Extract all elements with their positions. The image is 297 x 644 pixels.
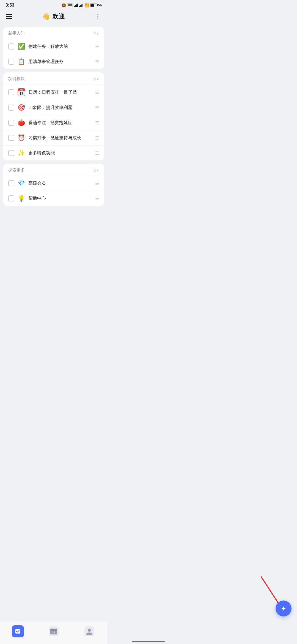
more-button[interactable]: ⋮ (94, 12, 102, 21)
note-icon: ☰ (95, 181, 99, 186)
section-beginner-title: 新手入门 (8, 31, 25, 36)
task-item[interactable]: 💎 高级会员 ☰ (3, 176, 104, 191)
section-features: 功能模块 5 ∨ July 17 日历：日程安排一目了然 ☰ 🎯 四象限：提升效… (3, 72, 104, 160)
task-label: 习惯打卡：见证坚持与成长 (28, 135, 92, 141)
task-item[interactable]: ✨ 更多特色功能 ☰ (3, 145, 104, 160)
task-checkbox[interactable] (8, 135, 14, 141)
task-item[interactable]: July 17 日历：日程安排一目了然 ☰ (3, 84, 104, 100)
task-item[interactable]: 🍅 番茄专注：拯救拖延症 ☰ (3, 115, 104, 130)
status-time: 3:53 (6, 3, 14, 8)
main-content: 新手入门 2 ∨ ✅ 创建任务，解放大脑 ☰ 📋 用清单来管理任务 ☰ 功能模块… (0, 25, 107, 255)
top-nav: 👋 欢迎 ⋮ (0, 9, 107, 25)
task-emoji: 💎 (18, 180, 25, 187)
task-label: 高级会员 (28, 181, 92, 186)
task-checkbox[interactable] (8, 195, 14, 201)
wifi-icon: 📶 (84, 3, 89, 7)
section-beginner: 新手入门 2 ∨ ✅ 创建任务，解放大脑 ☰ 📋 用清单来管理任务 ☰ (3, 27, 104, 69)
section-explore-title: 探索更多 (8, 168, 25, 173)
chevron-down-icon: ∨ (97, 168, 99, 172)
task-item[interactable]: 🎯 四象限：提升效率利器 ☰ (3, 100, 104, 115)
task-item[interactable]: 💡 帮助中心 ☰ (3, 191, 104, 206)
status-icons: 🔕 HD 📶 56 (62, 3, 102, 7)
section-explore-header[interactable]: 探索更多 2 ∨ (3, 164, 104, 176)
note-icon: ☰ (95, 44, 99, 49)
task-emoji: 🍅 (18, 119, 25, 126)
task-checkbox[interactable] (8, 120, 14, 126)
task-checkbox[interactable] (8, 43, 14, 50)
section-features-count: 5 ∨ (94, 77, 99, 81)
battery-level: 56 (98, 3, 102, 7)
task-emoji: 🎯 (18, 104, 25, 111)
task-checkbox[interactable] (8, 59, 14, 65)
menu-button[interactable] (5, 13, 13, 20)
task-emoji: 📋 (18, 58, 25, 65)
task-label: 更多特色功能 (28, 150, 92, 156)
task-label: 用清单来管理任务 (28, 59, 92, 65)
note-icon: ☰ (95, 151, 99, 156)
section-beginner-header[interactable]: 新手入门 2 ∨ (3, 27, 104, 39)
task-item[interactable]: ✅ 创建任务，解放大脑 ☰ (3, 39, 104, 54)
task-label: 创建任务，解放大脑 (28, 44, 92, 50)
task-checkbox[interactable] (8, 105, 14, 111)
note-icon: ☰ (95, 135, 99, 141)
task-item[interactable]: ⏰ 习惯打卡：见证坚持与成长 ☰ (3, 130, 104, 145)
task-label: 四象限：提升效率利器 (28, 105, 92, 111)
title-text: 欢迎 (53, 12, 65, 21)
signal-icon (74, 4, 78, 7)
task-checkbox[interactable] (8, 180, 14, 186)
mute-icon: 🔕 (62, 3, 66, 7)
status-bar: 3:53 🔕 HD 📶 56 (0, 0, 107, 9)
battery-icon (90, 4, 97, 7)
section-explore: 探索更多 2 ∨ 💎 高级会员 ☰ 💡 帮助中心 ☰ (3, 164, 104, 206)
section-beginner-count: 2 ∨ (94, 31, 99, 36)
chevron-down-icon: ∨ (97, 32, 99, 36)
task-emoji: ✅ (18, 43, 25, 50)
task-label: 番茄专注：拯救拖延症 (28, 120, 92, 126)
task-item[interactable]: 📋 用清单来管理任务 ☰ (3, 54, 104, 69)
task-emoji: ⏰ (18, 134, 25, 141)
signal-icon-2 (79, 4, 83, 7)
task-emoji: July 17 (18, 88, 25, 96)
note-icon: ☰ (95, 196, 99, 201)
task-emoji: ✨ (18, 149, 25, 157)
title-emoji: 👋 (42, 13, 50, 20)
task-label: 帮助中心 (28, 196, 92, 201)
section-features-header[interactable]: 功能模块 5 ∨ (3, 72, 104, 84)
bottom-spacer (3, 209, 104, 253)
note-icon: ☰ (95, 90, 99, 95)
note-icon: ☰ (95, 59, 99, 64)
task-label: 日历：日程安排一目了然 (29, 89, 92, 95)
section-explore-count: 2 ∨ (94, 168, 99, 173)
task-emoji: 💡 (18, 195, 25, 202)
chevron-down-icon: ∨ (97, 77, 99, 81)
task-checkbox[interactable] (8, 150, 14, 156)
section-features-title: 功能模块 (8, 76, 25, 81)
page-title: 👋 欢迎 (42, 12, 65, 21)
task-checkbox[interactable] (8, 89, 14, 95)
note-icon: ☰ (95, 105, 99, 110)
note-icon: ☰ (95, 120, 99, 125)
hd-label: HD (67, 4, 73, 7)
